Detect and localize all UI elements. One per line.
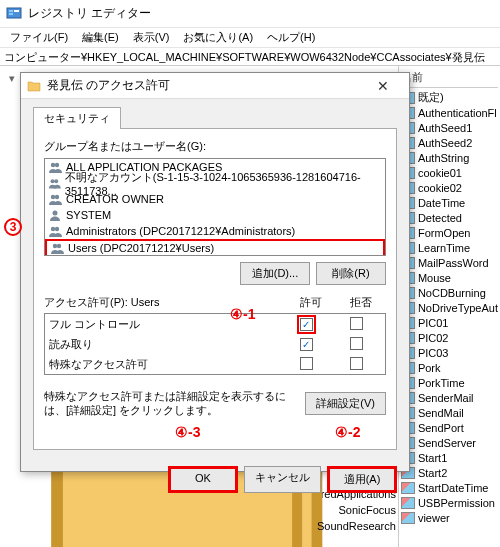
tab-security[interactable]: セキュリティ (33, 107, 121, 129)
value-item[interactable]: Detected (401, 210, 498, 225)
group-listbox[interactable]: ALL APPLICATION PACKAGES不明なアカウント(S-1-15-… (44, 158, 386, 256)
svg-rect-1 (9, 10, 13, 12)
tab-pane: グループ名またはユーザー名(G): ALL APPLICATION PACKAG… (33, 128, 397, 450)
value-item[interactable]: AuthSeed1 (401, 120, 498, 135)
add-button[interactable]: 追加(D)... (240, 262, 310, 285)
value-name: viewer (418, 512, 450, 524)
group-row[interactable]: Users (DPC20171212¥Users) (45, 239, 385, 256)
value-item[interactable]: LearnTime (401, 240, 498, 255)
group-icon (50, 242, 64, 254)
value-item[interactable]: Mouse (401, 270, 498, 285)
value-name: Detected (418, 212, 462, 224)
tree-leaf[interactable]: SoundResearch (26, 518, 396, 534)
value-item[interactable]: SenderMail (401, 390, 498, 405)
deny-checkbox[interactable] (350, 357, 363, 370)
menu-edit[interactable]: 編集(E) (76, 28, 125, 47)
group-row[interactable]: SYSTEM (45, 207, 385, 223)
perm-row: フル コントロール✓ (45, 314, 385, 334)
svg-point-10 (51, 195, 55, 199)
values-header: 名前 (401, 70, 498, 88)
value-item[interactable]: cookie02 (401, 180, 498, 195)
group-name: CREATOR OWNER (66, 193, 164, 205)
collapse-icon[interactable]: ▾ (6, 72, 18, 85)
group-row[interactable]: 不明なアカウント(S-1-15-3-1024-1065365936-128160… (45, 175, 385, 191)
value-item[interactable]: PIC03 (401, 345, 498, 360)
svg-rect-3 (14, 10, 19, 12)
value-name: MailPassWord (418, 257, 489, 269)
menu-file[interactable]: ファイル(F) (4, 28, 74, 47)
value-name: USBPermission (418, 497, 495, 509)
value-item[interactable]: MailPassWord (401, 255, 498, 270)
menu-bar: ファイル(F) 編集(E) 表示(V) お気に入り(A) ヘルプ(H) (0, 28, 500, 48)
remove-button[interactable]: 削除(R) (316, 262, 386, 285)
allow-checkbox[interactable]: ✓ (300, 338, 313, 351)
value-item[interactable]: AuthenticationFl (401, 105, 498, 120)
value-item[interactable]: AuthString (401, 150, 498, 165)
menu-favorites[interactable]: お気に入り(A) (177, 28, 259, 47)
group-icon (48, 193, 62, 205)
deny-checkbox[interactable] (350, 317, 363, 330)
values-pane[interactable]: 名前 既定)AuthenticationFlAuthSeed1AuthSeed2… (399, 66, 500, 547)
value-name: StartDateTime (418, 482, 489, 494)
value-item[interactable]: PIC01 (401, 315, 498, 330)
value-item[interactable]: USBPermission (401, 495, 498, 510)
user-icon (48, 209, 62, 221)
dialog-titlebar[interactable]: 発見伝 のアクセス許可 ✕ (21, 73, 409, 99)
value-item[interactable]: Pork (401, 360, 498, 375)
deny-checkbox[interactable] (350, 337, 363, 350)
menu-view[interactable]: 表示(V) (127, 28, 176, 47)
perm-name: 読み取り (49, 337, 281, 352)
value-item[interactable]: NoDriveTypeAut (401, 300, 498, 315)
value-item[interactable]: AuthSeed2 (401, 135, 498, 150)
value-item[interactable]: StartDateTime (401, 480, 498, 495)
value-name: DateTime (418, 197, 465, 209)
advanced-text: 特殊なアクセス許可または詳細設定を表示するには、[詳細設定] をクリックします。 (44, 389, 297, 418)
value-item[interactable]: SendServer (401, 435, 498, 450)
permissions-dialog: 発見伝 のアクセス許可 ✕ セキュリティ グループ名またはユーザー名(G): A… (20, 72, 410, 472)
regedit-icon (6, 6, 22, 22)
value-item[interactable]: cookie01 (401, 165, 498, 180)
value-name: PIC02 (418, 332, 449, 344)
value-item[interactable]: viewer (401, 510, 498, 525)
address-bar[interactable]: コンピューター¥HKEY_LOCAL_MACHINE¥SOFTWARE¥WOW6… (0, 48, 500, 66)
group-icon (48, 177, 61, 189)
value-item[interactable]: PIC02 (401, 330, 498, 345)
value-item[interactable]: SendPort (401, 420, 498, 435)
value-item[interactable]: Start1 (401, 450, 498, 465)
dialog-title: 発見伝 のアクセス許可 (47, 77, 363, 94)
group-name: Users (DPC20171212¥Users) (68, 242, 214, 254)
value-item[interactable]: 既定) (401, 90, 498, 105)
group-name: Administrators (DPC20171212¥Administrato… (66, 225, 295, 237)
value-name: SendServer (418, 437, 476, 449)
menu-help[interactable]: ヘルプ(H) (261, 28, 321, 47)
app-title: レジストリ エディター (28, 5, 151, 22)
value-name: Start1 (418, 452, 447, 464)
apply-button[interactable]: 適用(A) (327, 466, 397, 493)
svg-point-9 (54, 179, 58, 183)
perm-label: アクセス許可(P): Users (44, 295, 286, 310)
group-icon (48, 161, 62, 173)
close-button[interactable]: ✕ (363, 75, 403, 97)
ok-button[interactable]: OK (168, 466, 238, 493)
value-item[interactable]: PorkTime (401, 375, 498, 390)
cancel-button[interactable]: キャンセル (244, 466, 321, 493)
group-row[interactable]: Administrators (DPC20171212¥Administrato… (45, 223, 385, 239)
value-item[interactable]: FormOpen (401, 225, 498, 240)
value-item[interactable]: Start2 (401, 465, 498, 480)
value-item[interactable]: NoCDBurning (401, 285, 498, 300)
value-item[interactable]: SendMail (401, 405, 498, 420)
value-item[interactable]: DateTime (401, 195, 498, 210)
svg-point-15 (53, 244, 57, 248)
value-name: SendPort (418, 422, 464, 434)
perm-name: フル コントロール (49, 317, 281, 332)
allow-checkbox[interactable] (300, 357, 313, 370)
value-name: Pork (418, 362, 441, 374)
allow-checkbox[interactable]: ✓ (300, 318, 313, 331)
perm-deny-header: 拒否 (336, 295, 386, 310)
advanced-button[interactable]: 詳細設定(V) (305, 392, 386, 415)
svg-point-7 (55, 163, 59, 167)
value-name: AuthenticationFl (418, 107, 497, 119)
value-name: SenderMail (418, 392, 474, 404)
value-name: PIC01 (418, 317, 449, 329)
value-name: AuthSeed2 (418, 137, 472, 149)
